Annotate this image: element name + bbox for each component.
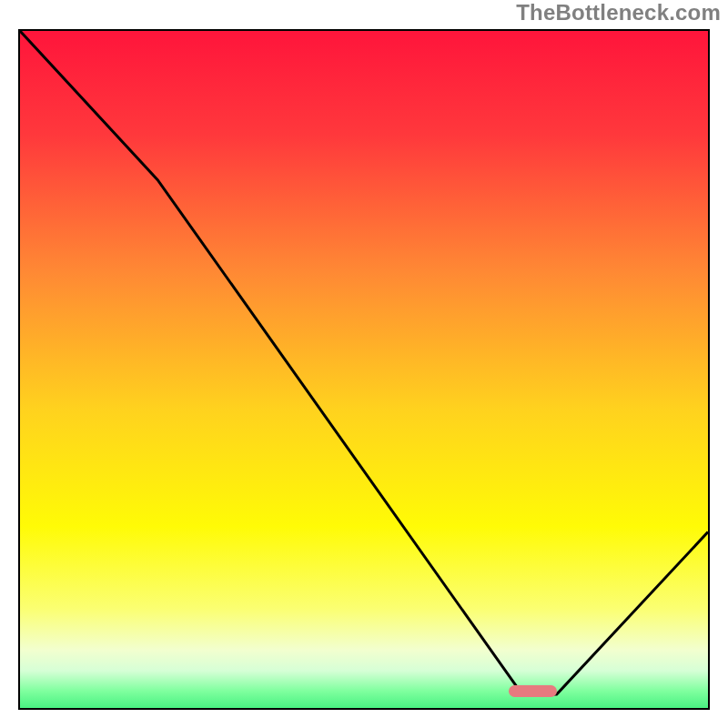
- watermark-text: TheBottleneck.com: [516, 0, 721, 25]
- chart-container: TheBottleneck.com: [0, 0, 728, 728]
- plot-area: [18, 29, 710, 710]
- optimal-marker: [509, 685, 557, 697]
- curve-line: [20, 31, 708, 708]
